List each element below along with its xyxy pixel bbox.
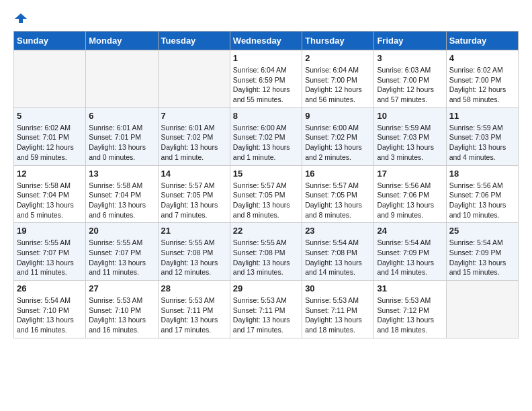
day-number: 9: [305, 111, 371, 121]
calendar-day-cell: 15Sunrise: 5:57 AMSunset: 7:05 PMDayligh…: [230, 165, 302, 223]
calendar-day-cell: 2Sunrise: 6:04 AMSunset: 7:00 PMDaylight…: [302, 50, 374, 108]
day-number: 11: [449, 111, 515, 121]
day-info: Sunrise: 5:53 AMSunset: 7:11 PMDaylight:…: [233, 295, 299, 335]
day-number: 1: [233, 53, 299, 63]
day-number: 31: [377, 283, 443, 293]
calendar-col-header: Monday: [86, 32, 158, 50]
calendar-day-cell: 5Sunrise: 6:02 AMSunset: 7:01 PMDaylight…: [14, 107, 86, 165]
day-info: Sunrise: 5:57 AMSunset: 7:05 PMDaylight:…: [305, 181, 371, 220]
calendar-day-cell: 25Sunrise: 5:54 AMSunset: 7:09 PMDayligh…: [446, 223, 518, 281]
calendar-day-cell: 6Sunrise: 6:01 AMSunset: 7:01 PMDaylight…: [86, 107, 158, 165]
day-number: 13: [89, 169, 154, 179]
day-number: 29: [233, 283, 299, 293]
calendar-day-cell: 29Sunrise: 5:53 AMSunset: 7:11 PMDayligh…: [230, 281, 302, 338]
day-info: Sunrise: 5:59 AMSunset: 7:03 PMDaylight:…: [377, 123, 443, 163]
day-number: 8: [233, 111, 299, 121]
calendar-col-header: Sunday: [14, 32, 86, 50]
calendar-week-row: 19Sunrise: 5:55 AMSunset: 7:07 PMDayligh…: [14, 223, 519, 281]
day-number: 28: [161, 283, 227, 293]
day-info: Sunrise: 6:04 AMSunset: 6:59 PMDaylight:…: [233, 65, 299, 105]
day-info: Sunrise: 5:54 AMSunset: 7:09 PMDaylight:…: [449, 238, 515, 277]
calendar-day-cell: 31Sunrise: 5:53 AMSunset: 7:12 PMDayligh…: [374, 281, 446, 338]
day-info: Sunrise: 6:00 AMSunset: 7:02 PMDaylight:…: [233, 123, 299, 163]
calendar-week-row: 5Sunrise: 6:02 AMSunset: 7:01 PMDaylight…: [14, 107, 519, 165]
calendar-col-header: Thursday: [302, 32, 374, 50]
day-number: 12: [17, 169, 83, 179]
day-info: Sunrise: 5:54 AMSunset: 7:09 PMDaylight:…: [377, 238, 443, 277]
day-info: Sunrise: 5:55 AMSunset: 7:07 PMDaylight:…: [17, 238, 83, 277]
day-info: Sunrise: 5:54 AMSunset: 7:10 PMDaylight:…: [17, 295, 83, 335]
logo-bird-icon: [15, 12, 27, 24]
calendar-day-cell: 11Sunrise: 5:59 AMSunset: 7:03 PMDayligh…: [446, 107, 518, 165]
calendar-day-cell: 27Sunrise: 5:53 AMSunset: 7:10 PMDayligh…: [86, 281, 158, 338]
calendar-week-row: 1Sunrise: 6:04 AMSunset: 6:59 PMDaylight…: [14, 50, 519, 108]
day-info: Sunrise: 5:57 AMSunset: 7:05 PMDaylight:…: [233, 181, 299, 220]
day-info: Sunrise: 5:58 AMSunset: 7:04 PMDaylight:…: [89, 181, 154, 220]
calendar-week-row: 26Sunrise: 5:54 AMSunset: 7:10 PMDayligh…: [14, 281, 519, 338]
calendar-day-cell: 1Sunrise: 6:04 AMSunset: 6:59 PMDaylight…: [230, 50, 302, 108]
calendar-day-cell: 9Sunrise: 6:00 AMSunset: 7:02 PMDaylight…: [302, 107, 374, 165]
day-number: 26: [17, 283, 83, 293]
day-number: 2: [305, 53, 371, 63]
day-number: 5: [17, 111, 83, 121]
page-header: [13, 13, 519, 24]
day-info: Sunrise: 6:02 AMSunset: 7:01 PMDaylight:…: [17, 123, 83, 163]
day-number: 14: [161, 169, 227, 179]
calendar-day-cell: 13Sunrise: 5:58 AMSunset: 7:04 PMDayligh…: [86, 165, 158, 223]
day-number: 4: [449, 53, 515, 63]
day-info: Sunrise: 6:02 AMSunset: 7:00 PMDaylight:…: [449, 65, 515, 105]
day-info: Sunrise: 5:53 AMSunset: 7:12 PMDaylight:…: [377, 295, 443, 335]
calendar-day-cell: 22Sunrise: 5:55 AMSunset: 7:08 PMDayligh…: [230, 223, 302, 281]
calendar-col-header: Wednesday: [230, 32, 302, 50]
calendar-day-cell: 30Sunrise: 5:53 AMSunset: 7:11 PMDayligh…: [302, 281, 374, 338]
day-info: Sunrise: 6:01 AMSunset: 7:02 PMDaylight:…: [161, 123, 227, 163]
day-number: 25: [449, 226, 515, 236]
day-info: Sunrise: 6:01 AMSunset: 7:01 PMDaylight:…: [89, 123, 154, 163]
day-number: 19: [17, 226, 83, 236]
day-info: Sunrise: 5:55 AMSunset: 7:08 PMDaylight:…: [161, 238, 227, 277]
day-info: Sunrise: 5:56 AMSunset: 7:06 PMDaylight:…: [377, 181, 443, 220]
day-number: 24: [377, 226, 443, 236]
logo: [13, 13, 27, 24]
calendar-day-cell: [86, 50, 158, 108]
day-info: Sunrise: 5:53 AMSunset: 7:11 PMDaylight:…: [305, 295, 371, 335]
calendar-day-cell: 26Sunrise: 5:54 AMSunset: 7:10 PMDayligh…: [14, 281, 86, 338]
day-info: Sunrise: 5:55 AMSunset: 7:07 PMDaylight:…: [89, 238, 154, 277]
day-info: Sunrise: 5:53 AMSunset: 7:11 PMDaylight:…: [161, 295, 227, 335]
day-number: 6: [89, 111, 154, 121]
calendar-day-cell: 7Sunrise: 6:01 AMSunset: 7:02 PMDaylight…: [158, 107, 230, 165]
calendar-day-cell: 10Sunrise: 5:59 AMSunset: 7:03 PMDayligh…: [374, 107, 446, 165]
day-number: 30: [305, 283, 371, 293]
calendar-day-cell: 19Sunrise: 5:55 AMSunset: 7:07 PMDayligh…: [14, 223, 86, 281]
day-number: 22: [233, 226, 299, 236]
calendar-day-cell: 4Sunrise: 6:02 AMSunset: 7:00 PMDaylight…: [446, 50, 518, 108]
day-info: Sunrise: 5:56 AMSunset: 7:06 PMDaylight:…: [449, 181, 515, 220]
day-info: Sunrise: 6:04 AMSunset: 7:00 PMDaylight:…: [305, 65, 371, 105]
day-info: Sunrise: 6:00 AMSunset: 7:02 PMDaylight:…: [305, 123, 371, 163]
calendar-table: SundayMondayTuesdayWednesdayThursdayFrid…: [13, 31, 519, 338]
calendar-day-cell: 23Sunrise: 5:54 AMSunset: 7:08 PMDayligh…: [302, 223, 374, 281]
day-number: 20: [89, 226, 154, 236]
day-number: 16: [305, 169, 371, 179]
calendar-day-cell: 12Sunrise: 5:58 AMSunset: 7:04 PMDayligh…: [14, 165, 86, 223]
svg-marker-0: [15, 13, 27, 23]
day-number: 27: [89, 283, 154, 293]
calendar-header-row: SundayMondayTuesdayWednesdayThursdayFrid…: [14, 32, 519, 50]
day-info: Sunrise: 5:53 AMSunset: 7:10 PMDaylight:…: [89, 295, 154, 335]
calendar-day-cell: 8Sunrise: 6:00 AMSunset: 7:02 PMDaylight…: [230, 107, 302, 165]
calendar-day-cell: 28Sunrise: 5:53 AMSunset: 7:11 PMDayligh…: [158, 281, 230, 338]
day-number: 18: [449, 169, 515, 179]
calendar-day-cell: 20Sunrise: 5:55 AMSunset: 7:07 PMDayligh…: [86, 223, 158, 281]
calendar-day-cell: 16Sunrise: 5:57 AMSunset: 7:05 PMDayligh…: [302, 165, 374, 223]
calendar-day-cell: 17Sunrise: 5:56 AMSunset: 7:06 PMDayligh…: [374, 165, 446, 223]
day-number: 23: [305, 226, 371, 236]
calendar-col-header: Friday: [374, 32, 446, 50]
day-number: 7: [161, 111, 227, 121]
day-info: Sunrise: 5:58 AMSunset: 7:04 PMDaylight:…: [17, 181, 83, 220]
day-info: Sunrise: 6:03 AMSunset: 7:00 PMDaylight:…: [377, 65, 443, 105]
day-number: 21: [161, 226, 227, 236]
day-info: Sunrise: 5:55 AMSunset: 7:08 PMDaylight:…: [233, 238, 299, 277]
calendar-day-cell: 3Sunrise: 6:03 AMSunset: 7:00 PMDaylight…: [374, 50, 446, 108]
calendar-col-header: Saturday: [446, 32, 518, 50]
calendar-day-cell: [14, 50, 86, 108]
